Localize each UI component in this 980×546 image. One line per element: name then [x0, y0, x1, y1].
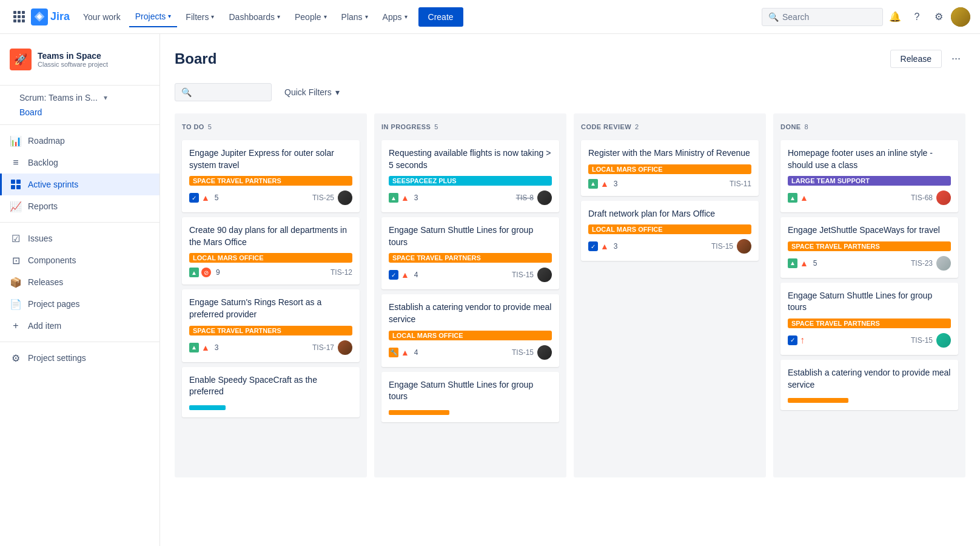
card-tis-17[interactable]: Engage Saturn's Rings Resort as a prefer… — [182, 289, 360, 362]
sidebar-item-issues[interactable]: ☑ Issues — [0, 228, 159, 249]
nav-projects[interactable]: Projects ▾ — [129, 7, 178, 27]
card-cr-tis-15-footer: ✓ ▲ 3 TIS-15 — [588, 239, 751, 254]
components-icon: ⊡ — [10, 254, 22, 266]
sidebar-divider-1 — [0, 85, 159, 86]
column-codereview: CODE REVIEW 2 Register with the Mars Min… — [574, 113, 766, 477]
card-ip-4[interactable]: Engage Saturn Shuttle Lines for group to… — [381, 372, 559, 422]
column-done-count: 8 — [805, 123, 808, 130]
card-tis-23-count: 5 — [813, 259, 817, 268]
column-done: DONE 8 Homepage footer uses an inline st… — [773, 113, 965, 477]
column-codereview-header: CODE REVIEW 2 — [581, 121, 759, 135]
board-header: Board Release ··· — [175, 49, 965, 69]
nav-filters[interactable]: Filters ▾ — [180, 7, 220, 27]
card-tis-68-footer: ▲ ▲ TIS-68 — [788, 190, 951, 205]
sidebar-label-issues: Issues — [28, 234, 52, 243]
card-tis-17-avatar — [338, 340, 352, 355]
apps-chevron-icon: ▾ — [404, 13, 408, 20]
wrench-icon: 🔧 — [389, 348, 398, 357]
card-tis-68-id: TIS-68 — [911, 194, 933, 202]
column-codereview-title: CODE REVIEW — [581, 123, 631, 130]
column-inprogress: IN PROGRESS 5 Requesting available fligh… — [374, 113, 566, 477]
nav-people[interactable]: People ▾ — [289, 7, 333, 27]
card-tis-23[interactable]: Engage JetShuttle SpaceWays for travel S… — [780, 217, 958, 278]
card-tis-25-avatar — [338, 190, 352, 205]
card-cr-tis-15-icons: ✓ ▲ — [588, 241, 609, 251]
card-todo-4-title: Enable Speedy SpaceCraft as the preferre… — [189, 374, 352, 398]
dashboards-chevron-icon: ▾ — [277, 13, 280, 20]
card-ip-tis-15a[interactable]: Engage Saturn Shuttle Lines for group to… — [381, 217, 559, 289]
column-inprogress-title: IN PROGRESS — [381, 123, 431, 130]
checkbox-icon-2: ✓ — [389, 270, 398, 280]
nav-plans[interactable]: Plans ▾ — [335, 7, 374, 27]
sidebar-item-project-pages[interactable]: 📄 Project pages — [0, 293, 159, 315]
card-tis-68[interactable]: Homepage footer uses an inline style - s… — [780, 140, 958, 212]
topnav: Jira Your work Projects ▾ Filters ▾ Dash… — [0, 0, 980, 34]
nav-dashboards[interactable]: Dashboards ▾ — [223, 7, 286, 27]
column-todo-count: 5 — [208, 123, 212, 130]
nav-apps[interactable]: Apps ▾ — [377, 7, 414, 27]
projects-chevron-icon: ▾ — [168, 13, 171, 19]
grid-menu-button[interactable] — [10, 7, 29, 26]
sidebar-scrum-board[interactable]: Scrum: Teams in S... ▾ — [0, 90, 159, 105]
search-bar[interactable]: 🔍 Search — [762, 8, 883, 26]
notifications-button[interactable]: 🔔 — [885, 7, 905, 27]
card-tis-23-title: Engage JetShuttle SpaceWays for travel — [788, 224, 951, 237]
card-tis-12[interactable]: Create 90 day plans for all departments … — [182, 217, 360, 285]
help-button[interactable]: ? — [907, 7, 927, 27]
sidebar-board-sub[interactable]: Board — [0, 105, 159, 120]
quick-filters-label: Quick Filters — [284, 87, 332, 97]
card-tis-12-title: Create 90 day plans for all departments … — [189, 224, 352, 248]
sidebar-item-reports[interactable]: 📈 Reports — [0, 195, 159, 217]
card-tis-8-label: SEESPACEEZ PLUS — [389, 176, 552, 186]
user-avatar-button[interactable] — [951, 7, 970, 27]
sidebar-item-backlog[interactable]: ≡ Backlog — [0, 152, 159, 174]
priority-high-icon-6: ▲ — [600, 179, 609, 189]
project-settings-icon: ⚙ — [10, 352, 22, 364]
board-title: Board — [175, 50, 216, 67]
board-header-actions: Release ··· — [890, 49, 965, 69]
story-icon-4: ▲ — [588, 179, 598, 189]
sidebar-divider-4 — [0, 342, 159, 342]
sidebar-item-roadmap[interactable]: 📊 Roadmap — [0, 130, 159, 152]
sidebar-label-reports: Reports — [28, 201, 58, 211]
card-tis-11-title: Register with the Mars Ministry of Reven… — [588, 147, 751, 160]
card-tis-8[interactable]: Requesting available flights is now taki… — [381, 140, 559, 212]
card-cr-tis-15[interactable]: Draft network plan for Mars Office LOCAL… — [581, 201, 759, 261]
sidebar-item-project-settings[interactable]: ⚙ Project settings — [0, 347, 159, 369]
priority-high-icon-4: ▲ — [401, 270, 409, 280]
sidebar-item-components[interactable]: ⊡ Components — [0, 249, 159, 271]
project-header: 🚀 Teams in Space Classic software projec… — [0, 44, 159, 80]
card-tis-25[interactable]: Engage Jupiter Express for outer solar s… — [182, 140, 360, 212]
release-button[interactable]: Release — [890, 50, 942, 68]
card-tis-11[interactable]: Register with the Mars Ministry of Reven… — [581, 140, 759, 196]
reports-icon: 📈 — [10, 200, 22, 212]
card-tis-12-count: 9 — [216, 268, 220, 277]
card-tis-11-id: TIS-11 — [730, 180, 751, 188]
column-inprogress-header: IN PROGRESS 5 — [381, 121, 559, 135]
jira-logo[interactable]: Jira — [31, 8, 70, 25]
checkbox-icon-3: ✓ — [588, 241, 598, 251]
search-icon: 🔍 — [768, 12, 779, 22]
card-done-4[interactable]: Establish a catering vendor to provide m… — [780, 360, 958, 410]
card-tis-25-count: 5 — [215, 194, 219, 202]
sidebar-item-active-sprints[interactable]: Active sprints — [0, 174, 159, 195]
board-search-input[interactable]: 🔍 — [175, 83, 272, 101]
story-icon: ▲ — [189, 268, 199, 277]
quick-filters-button[interactable]: Quick Filters ▾ — [277, 83, 347, 101]
card-todo-4[interactable]: Enable Speedy SpaceCraft as the preferre… — [182, 367, 360, 417]
card-ip-tis-15a-id: TIS-15 — [512, 271, 534, 279]
card-done-tis-15-footer: ✓ ↑ TIS-15 — [788, 333, 951, 348]
create-button[interactable]: Create — [418, 7, 463, 27]
sidebar-item-releases[interactable]: 📦 Releases — [0, 271, 159, 293]
story-icon-3: ▲ — [389, 193, 398, 203]
card-ip-tis-15b[interactable]: Establish a catering vendor to provide m… — [381, 294, 559, 366]
settings-button[interactable]: ⚙ — [929, 7, 948, 27]
board-sub-label: Board — [19, 107, 42, 117]
more-options-button[interactable]: ··· — [947, 49, 965, 69]
sidebar-item-add-item[interactable]: + Add item — [0, 315, 159, 337]
card-done-tis-15[interactable]: Engage Saturn Shuttle Lines for group to… — [780, 283, 958, 355]
card-cr-tis-15-avatar — [737, 239, 751, 254]
nav-your-work[interactable]: Your work — [77, 7, 127, 27]
scrum-chevron-icon: ▾ — [104, 93, 107, 102]
card-ip-tis-15b-icons: 🔧 ▲ — [389, 348, 409, 357]
